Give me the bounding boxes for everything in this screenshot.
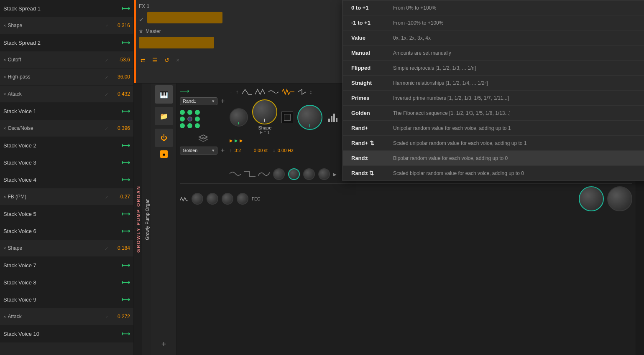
plus-voice-btn[interactable]: + bbox=[219, 96, 226, 106]
fx-bar[interactable] bbox=[147, 12, 222, 23]
small-knob-2[interactable] bbox=[288, 168, 300, 180]
waveform-icon-1[interactable]: + bbox=[230, 89, 232, 94]
wave-shape-5[interactable] bbox=[298, 89, 306, 95]
sidebar-param-4[interactable]: × High-pass ⟋ 36.00 bbox=[0, 68, 133, 86]
remove-btn[interactable]: × bbox=[3, 314, 6, 319]
square-btn[interactable]: ■ bbox=[160, 150, 168, 158]
shape-label: Shape bbox=[258, 125, 271, 130]
sidebar-header-19[interactable]: Stack Voice 10 bbox=[0, 325, 133, 342]
sidebar-param-3[interactable]: × Cutoff ⟋ -53.6 bbox=[0, 51, 133, 68]
teal-knob[interactable] bbox=[297, 105, 322, 130]
arrow-hz-ctrl[interactable]: ↕ bbox=[273, 148, 275, 153]
remove-btn[interactable]: × bbox=[3, 194, 6, 199]
piano-roll-btn[interactable]: 🎹 bbox=[155, 85, 173, 104]
param-value: 0.396 bbox=[111, 125, 130, 131]
sidebar-header-6[interactable]: Stack Voice 1 bbox=[0, 103, 133, 120]
waveform-icon-2[interactable]: ↑ bbox=[236, 89, 238, 95]
fx-tool-list[interactable]: ☰ bbox=[151, 56, 159, 64]
sidebar-header-10[interactable]: Stack Voice 4 bbox=[0, 171, 133, 188]
stack-arrow bbox=[122, 108, 130, 114]
golden-dropdown[interactable]: Golden ▾ bbox=[180, 147, 217, 155]
master-bar[interactable] bbox=[139, 37, 214, 48]
sidebar-param-1[interactable]: × Shape ⟋ 0.316 bbox=[0, 17, 133, 34]
knob-far-right[interactable] bbox=[607, 186, 632, 211]
dot[interactable] bbox=[195, 123, 200, 128]
sidebar-header-8[interactable]: Stack Voice 2 bbox=[0, 137, 133, 154]
dropdown-item-10[interactable]: Rand± Bipolar random value for each voic… bbox=[343, 151, 644, 166]
sidebar-header-15[interactable]: Stack Voice 7 bbox=[0, 257, 133, 274]
small-knob-1[interactable] bbox=[273, 168, 285, 180]
wave-shape-1[interactable] bbox=[242, 89, 252, 95]
remove-btn[interactable]: × bbox=[3, 91, 6, 96]
param-value: 0.184 bbox=[111, 245, 130, 251]
feg-label: FEG bbox=[252, 197, 261, 201]
sidebar-param-5[interactable]: × Attack ⟋ 0.432 bbox=[0, 86, 133, 103]
wave-shape-3[interactable] bbox=[268, 89, 279, 95]
dropdown-item-2[interactable]: Value 0x, 1x, 2x, 3x, 4x bbox=[343, 30, 644, 46]
dot[interactable] bbox=[187, 117, 192, 122]
wave-icon-sine[interactable] bbox=[258, 171, 270, 178]
dropdown-item-6[interactable]: Primes Inverted prime numbers [1, 1/2, 1… bbox=[343, 91, 644, 106]
fx-tool-undo[interactable]: ↺ bbox=[163, 56, 171, 64]
add-instrument-btn[interactable]: + bbox=[155, 335, 173, 353]
wave-shape-4[interactable] bbox=[282, 89, 294, 95]
wave-icon-square[interactable] bbox=[244, 171, 256, 178]
stack-layers-icon bbox=[180, 132, 226, 144]
sidebar-param-14[interactable]: × Shape ⟋ 0.184 bbox=[0, 240, 133, 257]
small-knob-3[interactable] bbox=[303, 168, 315, 180]
sidebar-header-0[interactable]: Stack Spread 1 bbox=[0, 0, 133, 17]
remove-btn[interactable]: × bbox=[3, 246, 6, 251]
sidebar-header-17[interactable]: Stack Voice 9 bbox=[0, 291, 133, 308]
dropdown-item-9[interactable]: Rand+ ⇅ Scaled unipolar random value for… bbox=[343, 136, 644, 151]
remove-btn[interactable]: × bbox=[3, 74, 6, 79]
small-knob-4[interactable] bbox=[318, 168, 330, 180]
dropdown-item-3[interactable]: Manual Amounts are set manually bbox=[343, 46, 644, 61]
shape-knob[interactable] bbox=[252, 99, 277, 124]
fx-tool-close[interactable]: × bbox=[174, 56, 181, 64]
dropdown-item-8[interactable]: Rand+ Unipolar random value for each voi… bbox=[343, 121, 644, 136]
sidebar-header-2[interactable]: Stack Spread 2 bbox=[0, 34, 133, 51]
wave-icon-wavy[interactable] bbox=[230, 170, 241, 178]
dropdown-item-1[interactable]: -1 to +1 From -100% to +100% bbox=[343, 15, 644, 30]
stack-arrow bbox=[122, 279, 130, 286]
rand-dropdown-1[interactable]: Rand± ▾ bbox=[180, 97, 217, 105]
feg-knob-3[interactable] bbox=[222, 193, 233, 205]
sidebar-param-11[interactable]: × FB (PM) ⟋ -0.27 bbox=[0, 188, 133, 205]
dot[interactable] bbox=[180, 117, 185, 122]
plus-voice-btn-2[interactable]: + bbox=[219, 146, 226, 155]
folder-btn[interactable]: 📁 bbox=[155, 107, 173, 125]
dot[interactable] bbox=[187, 110, 192, 115]
dot[interactable] bbox=[180, 110, 185, 115]
knob-1[interactable] bbox=[230, 108, 248, 127]
arrow-up-ctrl[interactable]: ↑ bbox=[230, 148, 232, 153]
sidebar-header-13[interactable]: Stack Voice 6 bbox=[0, 223, 133, 240]
fx-tool-arrow[interactable]: ⇄ bbox=[139, 56, 147, 64]
sidebar-header-12[interactable]: Stack Voice 5 bbox=[0, 205, 133, 223]
stack-label: Stack Voice 3 bbox=[3, 160, 119, 166]
remove-btn[interactable]: × bbox=[3, 126, 6, 131]
wave-shape-2[interactable] bbox=[255, 89, 265, 95]
dropdown-item-0[interactable]: 0 to +1 From 0% to +100% bbox=[343, 0, 644, 15]
feg-knob-1[interactable] bbox=[192, 193, 203, 205]
dropdown-item-5[interactable]: Straight Harmonic relationships [1, 1/2,… bbox=[343, 76, 644, 91]
teal-knob-right[interactable] bbox=[579, 186, 604, 211]
dot[interactable] bbox=[195, 110, 200, 115]
sidebar-header-16[interactable]: Stack Voice 8 bbox=[0, 274, 133, 291]
dot[interactable] bbox=[187, 123, 192, 128]
remove-btn[interactable]: × bbox=[3, 57, 6, 62]
sidebar-header-9[interactable]: Stack Voice 3 bbox=[0, 154, 133, 171]
dropdown-item-11[interactable]: Rand± ⇅ Scaled bipolar random value for … bbox=[343, 166, 644, 181]
remove-btn[interactable]: × bbox=[3, 23, 6, 28]
power-btn[interactable]: ⏻ bbox=[155, 129, 173, 147]
dropdown-item-7[interactable]: Golden The Fibonacci sequence [1, 1/2, 1… bbox=[343, 106, 644, 121]
sidebar-param-7[interactable]: × Oscs/Noise ⟋ 0.396 bbox=[0, 120, 133, 137]
arrow-up-icon[interactable]: ↕ bbox=[309, 89, 312, 95]
feg-knob-4[interactable] bbox=[237, 193, 248, 205]
dot[interactable] bbox=[180, 123, 185, 128]
feg-knob-2[interactable] bbox=[207, 193, 218, 205]
item-key-2: Value bbox=[351, 35, 389, 41]
dot[interactable] bbox=[195, 117, 200, 122]
dropdown-item-4[interactable]: Flipped Simple reciprocals [1, 1/2, 1/3,… bbox=[343, 61, 644, 76]
sidebar-param-18[interactable]: × Attack ⟋ 0.272 bbox=[0, 308, 133, 325]
param-label: FB (PM) bbox=[8, 194, 105, 200]
